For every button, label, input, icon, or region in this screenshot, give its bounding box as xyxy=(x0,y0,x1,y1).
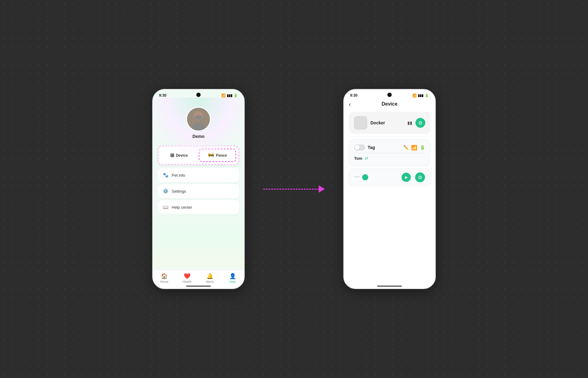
page-header: ‹ Device xyxy=(344,98,435,109)
docker-section: Docker ▮▮ ⚙ xyxy=(349,112,430,134)
menu-item-settings[interactable]: ⚙️ Settings xyxy=(158,184,239,198)
docker-image xyxy=(354,116,367,130)
signal-icon: ▮▮▮ xyxy=(227,94,232,98)
battery-icon-2: 🔋 xyxy=(425,94,429,98)
status-icons-1: 📶 ▮▮▮ 🔋 xyxy=(221,94,238,98)
tag-battery-icon: 🔋 xyxy=(420,145,425,150)
nav-health[interactable]: ❤️ Health xyxy=(176,273,198,284)
nav-user[interactable]: 👤 User xyxy=(221,273,244,284)
settings-icon: ⚙️ xyxy=(163,188,169,194)
play-icon: ▶ xyxy=(405,175,408,179)
user-name: Demo xyxy=(193,134,205,139)
docker-settings-button[interactable]: ⚙ xyxy=(415,118,425,128)
tag-row: Tag ✏️ 📶 🔋 xyxy=(354,143,425,152)
help-label: Help center xyxy=(172,205,192,210)
docker-card: Docker ▮▮ ⚙ xyxy=(349,112,430,134)
edit-icon[interactable]: ✏️ xyxy=(403,145,409,150)
wifi-icon: 📶 xyxy=(221,94,226,98)
sound-row: 〰 ▶ ⚙ xyxy=(349,168,430,186)
swap-icon[interactable]: ⇄ xyxy=(365,156,368,161)
home-bar-1 xyxy=(186,286,211,287)
nav-health-label: Health xyxy=(183,280,192,284)
menu-items-list: 🐾 Pet info ⚙️ Settings 📖 Help center xyxy=(153,168,244,214)
avatar xyxy=(186,107,211,131)
sound-settings-button[interactable]: ⚙ xyxy=(415,172,425,182)
main-scene: 9:30 📶 ▮▮▮ 🔋 xyxy=(152,89,436,289)
health-nav-icon: ❤️ xyxy=(184,273,190,279)
nav-user-label: User xyxy=(229,280,236,284)
tab-device[interactable]: ⊞ Device xyxy=(161,149,197,162)
gear-icon-2: ⚙ xyxy=(418,175,422,180)
back-button[interactable]: ‹ xyxy=(349,101,351,108)
nav-home-label: Home xyxy=(160,280,169,284)
gradient-overlay xyxy=(153,205,244,267)
device-tab-icon: ⊞ xyxy=(170,152,174,158)
pet-info-icon: 🐾 xyxy=(163,172,169,178)
waveform-icon: 〰 xyxy=(354,174,360,181)
wifi-icon-2: 📶 xyxy=(412,94,417,98)
fence-tab-icon: 🚧 xyxy=(208,152,214,158)
tag-toggle[interactable] xyxy=(354,144,365,151)
gear-icon: ⚙ xyxy=(418,120,423,126)
tab-fence-label: Fence xyxy=(216,153,227,158)
nav-alerts-label: Alerts xyxy=(206,280,214,284)
home-nav-icon: 🏠 xyxy=(161,273,168,279)
nav-alerts[interactable]: 🔔 Alerts xyxy=(198,273,221,284)
phone-1: 9:30 📶 ▮▮▮ 🔋 xyxy=(152,89,245,289)
toggle-knob xyxy=(355,145,360,150)
docker-name: Docker xyxy=(370,120,404,125)
tag-divider xyxy=(354,153,425,153)
alerts-nav-icon: 🔔 xyxy=(206,273,213,279)
battery-icon: 🔋 xyxy=(234,94,238,98)
docker-battery-icon: ▮▮ xyxy=(407,120,412,125)
status-time-1: 9:30 xyxy=(159,93,166,98)
camera-notch-2 xyxy=(387,93,392,97)
pet-name-label: Tom xyxy=(354,156,362,161)
arrow-head xyxy=(319,185,325,193)
nav-home[interactable]: 🏠 Home xyxy=(153,273,176,284)
user-nav-icon: 👤 xyxy=(229,273,236,279)
svg-point-2 xyxy=(195,115,202,120)
arrow-connector xyxy=(263,185,325,193)
settings-label: Settings xyxy=(172,189,186,194)
menu-tabs: ⊞ Device 🚧 Fence xyxy=(158,146,239,165)
divider-1 xyxy=(349,136,430,137)
tag-name-label: Tag xyxy=(368,145,401,150)
avatar-section: Demo xyxy=(153,98,244,143)
home-bar-2 xyxy=(377,286,402,287)
camera-notch-1 xyxy=(196,93,201,97)
status-dot xyxy=(362,174,368,180)
tab-device-label: Device xyxy=(176,153,188,158)
dashed-line xyxy=(263,189,319,190)
menu-item-help[interactable]: 📖 Help center xyxy=(158,200,239,214)
help-icon: 📖 xyxy=(163,204,169,210)
menu-item-pet-info[interactable]: 🐾 Pet info xyxy=(158,168,239,182)
play-button[interactable]: ▶ xyxy=(402,173,411,182)
pet-row: Tom ⇄ xyxy=(354,155,425,162)
tag-card: Tag ✏️ 📶 🔋 Tom ⇄ xyxy=(349,139,430,166)
status-icons-2: 📶 ▮▮▮ 🔋 xyxy=(412,94,429,98)
signal-icon-2: ▮▮▮ xyxy=(418,94,423,98)
tab-fence[interactable]: 🚧 Fence xyxy=(199,149,236,162)
pet-info-label: Pet info xyxy=(172,173,185,178)
phone-2: 9:30 📶 ▮▮▮ 🔋 ‹ Device Docker ▮▮ ⚙ xyxy=(343,89,436,289)
page-title: Device xyxy=(349,101,430,107)
status-time-2: 9:30 xyxy=(350,93,357,98)
signal-bars-icon: 📶 xyxy=(411,145,417,151)
